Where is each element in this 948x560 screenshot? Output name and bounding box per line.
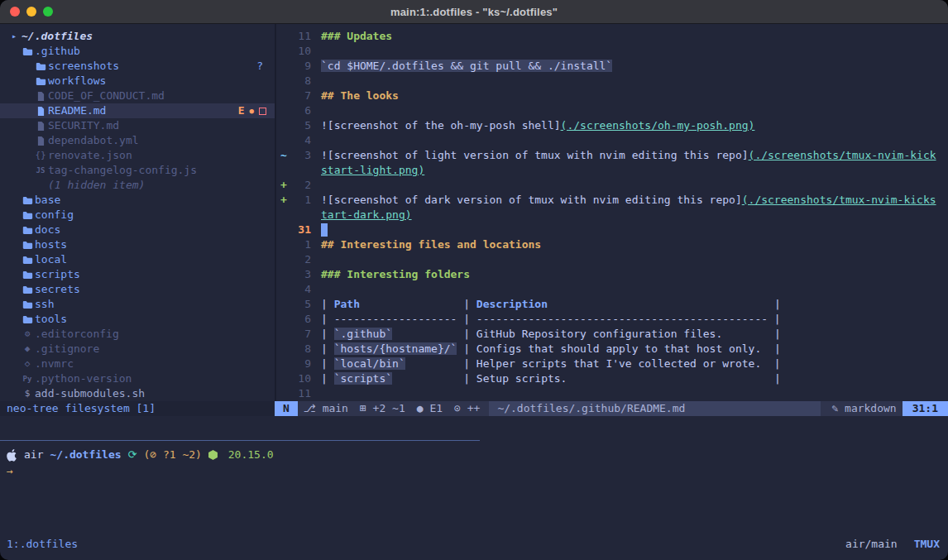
minimize-button[interactable] — [26, 7, 36, 17]
line-text: ### Interesting folders — [321, 267, 470, 282]
line-text: `cd $HOME/.dotfiles && git pull && ./ins… — [321, 59, 612, 74]
tree-item-add-submodules-sh[interactable]: $add-submodules.sh — [0, 386, 275, 401]
line-text — [321, 223, 328, 237]
tree-item-secrets[interactable]: secrets — [0, 282, 275, 297]
editor-line[interactable]: 2 — [276, 252, 948, 267]
tree-item-label: tools — [35, 312, 67, 327]
close-button[interactable] — [10, 7, 20, 17]
line-number: 9 — [290, 59, 311, 74]
tmux-statusbar: 1:.dotfiles air/main TMUX — [0, 530, 948, 560]
zoom-button[interactable] — [43, 7, 53, 17]
tree-item-label: tag-changelog-config.js — [48, 163, 197, 178]
editor-line[interactable]: 31 — [276, 223, 948, 237]
tree-item-label: renovate.json — [48, 148, 132, 163]
tree-item-config[interactable]: config — [0, 208, 275, 223]
editor-line[interactable]: 6 — [276, 103, 948, 118]
tree-item-workflows[interactable]: workflows — [0, 74, 275, 89]
tree-item-dependabot-yml[interactable]: dependabot.yml — [0, 133, 275, 148]
editor-panel[interactable]: 11### Updates109`cd $HOME/.dotfiles && g… — [275, 24, 948, 401]
hostname: air — [24, 448, 43, 462]
line-text: tart-dark.png) — [321, 208, 412, 223]
tree-item-readme-md[interactable]: README.mdE● — [0, 103, 275, 118]
tree-item--editorconfig[interactable]: ⚙.editorconfig — [0, 327, 275, 342]
git-untracked-badge: ? — [256, 59, 263, 74]
tree-item-tools[interactable]: tools — [0, 312, 275, 327]
line-number: 7 — [290, 327, 311, 342]
tree-item--nvmrc[interactable]: ◇.nvmrc — [0, 357, 275, 371]
editor-line[interactable]: 3### Interesting folders — [276, 267, 948, 282]
editor-line[interactable]: 9`cd $HOME/.dotfiles && git pull && ./in… — [276, 59, 948, 74]
editor-line[interactable]: 7## The looks — [276, 89, 948, 103]
tree-item--dotfiles[interactable]: ▸~/.dotfiles — [0, 29, 275, 44]
git-sign-added: + — [276, 193, 290, 208]
tree-item--python-version[interactable]: Py.python-version — [0, 371, 275, 386]
tree-item-screenshots[interactable]: screenshots? — [0, 59, 275, 74]
git-sign-added: + — [276, 178, 290, 193]
tree-item-label: (1 hidden item) — [48, 178, 145, 193]
editor-line[interactable]: 4 — [276, 282, 948, 297]
editor-line[interactable]: tart-dark.png) — [276, 208, 948, 223]
editor-line[interactable]: 5![screenshot of the oh-my-posh shell](.… — [276, 118, 948, 133]
sign-column — [276, 74, 290, 89]
tree-item-renovate-json[interactable]: {}renovate.json — [0, 148, 275, 163]
editor-line[interactable]: 10| `scripts` | Setup scripts. | — [276, 371, 948, 386]
tmux-window-label[interactable]: 1:.dotfiles — [7, 537, 78, 552]
sign-column — [276, 297, 290, 312]
neotree-panel[interactable]: ▸~/.dotfiles.githubscreenshots?workflows… — [0, 24, 275, 401]
editor-line[interactable]: 8 — [276, 74, 948, 89]
editor-line[interactable]: start-light.png) — [276, 163, 948, 178]
git-branch: ⎇ main — [298, 401, 354, 416]
editor-line[interactable]: 1## Interesting files and locations — [276, 237, 948, 252]
cwd: ~/.dotfiles — [50, 448, 121, 462]
tree-item-label: workflows — [48, 74, 106, 89]
tree-item-label: ~/.dotfiles — [22, 29, 93, 44]
tree-item-base[interactable]: base — [0, 193, 275, 208]
editor-line[interactable]: 10 — [276, 44, 948, 59]
statusline-row: neo-tree filesystem [1] N⎇ main⊞ +2 ~1● … — [0, 401, 948, 416]
editor-line[interactable]: 4 — [276, 133, 948, 148]
git-sync-icon: ⟳ — [128, 448, 137, 462]
editor-line[interactable]: 9| `local/bin` | Helper scripts that I'v… — [276, 357, 948, 371]
sign-column — [276, 208, 290, 223]
folder-icon — [20, 256, 35, 265]
editor-line[interactable]: 11### Updates — [276, 29, 948, 44]
tree-item-label: README.md — [48, 103, 106, 118]
line-number: 10 — [290, 44, 311, 59]
shell-icon: $ — [20, 386, 35, 401]
editor-line[interactable]: +1![screenshot of dark version of tmux w… — [276, 193, 948, 208]
window-title: main:1:.dotfiles - "ks~/.dotfiles" — [0, 6, 948, 18]
tree-item-label: SECURITY.md — [48, 118, 119, 133]
editor-line[interactable]: 5| Path | Description | — [276, 297, 948, 312]
editor-line[interactable]: 6| ------------------- | ---------------… — [276, 312, 948, 327]
tree-item-hosts[interactable]: hosts — [0, 237, 275, 252]
editor-line[interactable]: 11 — [276, 386, 948, 401]
line-number: 5 — [290, 118, 311, 133]
editor-line[interactable]: 7| `.github` | GitHub Repository configu… — [276, 327, 948, 342]
sign-column — [276, 59, 290, 74]
tree-item-docs[interactable]: docs — [0, 223, 275, 237]
terminal-window: main:1:.dotfiles - "ks~/.dotfiles" ▸~/.d… — [0, 0, 948, 560]
line-text: ### Updates — [321, 29, 392, 44]
yaml-icon — [33, 136, 48, 146]
tree-item-code-of-conduct-md[interactable]: CODE_OF_CONDUCT.md — [0, 89, 275, 103]
sign-column — [276, 267, 290, 282]
editor-line[interactable]: 8| `hosts/{hostname}/` | Configs that sh… — [276, 342, 948, 357]
terminal-content: ▸~/.dotfiles.githubscreenshots?workflows… — [0, 24, 948, 560]
tree-item-label: screenshots — [48, 59, 119, 74]
tree-item-local[interactable]: local — [0, 252, 275, 267]
tmux-label: TMUX — [914, 537, 940, 552]
editor-line[interactable]: ~3![screenshot of light version of tmux … — [276, 148, 948, 163]
sign-column — [276, 89, 290, 103]
shell-pane[interactable]: air~/.dotfiles⟳(⊘ ?1 ~2) 20.15.0 → — [0, 441, 948, 530]
tree-item-scripts[interactable]: scripts — [0, 267, 275, 282]
tree-item-ssh[interactable]: ssh — [0, 297, 275, 312]
editor-line[interactable]: +2 — [276, 178, 948, 193]
tree-item-label: .editorconfig — [35, 327, 119, 342]
tree-item--1-hidden-item-[interactable]: (1 hidden item) — [0, 178, 275, 193]
folder-icon — [20, 270, 35, 280]
tree-item--gitignore[interactable]: ◆.gitignore — [0, 342, 275, 357]
tree-item--github[interactable]: .github — [0, 44, 275, 59]
tree-item-tag-changelog-config-js[interactable]: JStag-changelog-config.js — [0, 163, 275, 178]
tree-item-security-md[interactable]: SECURITY.md — [0, 118, 275, 133]
json-icon: {} — [33, 148, 48, 163]
